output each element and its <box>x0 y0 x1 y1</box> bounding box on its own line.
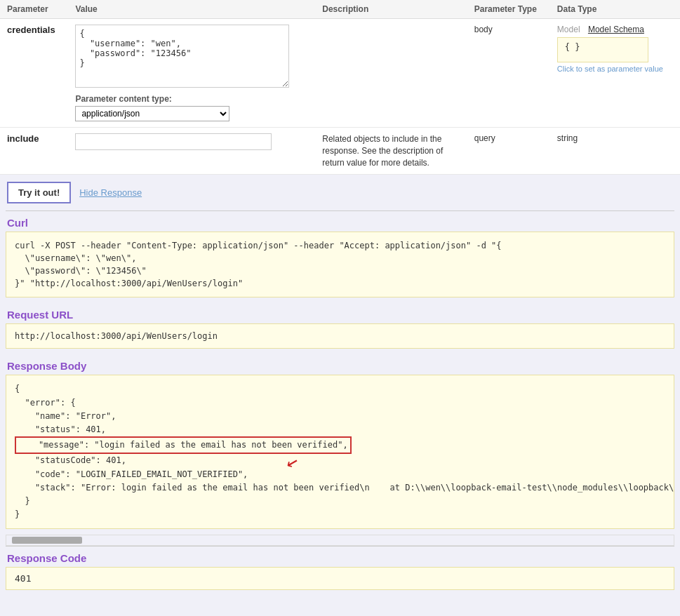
curl-section-header: Curl <box>0 211 680 232</box>
param-description-credentials <box>315 19 467 128</box>
response-body-box: ↙ { "error": { "name": "Error", "status"… <box>6 375 674 529</box>
scrollbar-thumb[interactable] <box>12 537 82 544</box>
model-schema-box: { } <box>557 37 648 62</box>
model-schema-area: Model Model Schema { } Click to set as p… <box>550 19 680 128</box>
hide-response-link[interactable]: Hide Response <box>79 187 142 198</box>
col-parameter: Parameter <box>0 0 68 19</box>
request-url-box: http://localhost:3000/api/WenUsers/login <box>6 323 674 349</box>
include-input[interactable] <box>75 133 272 150</box>
params-table: Parameter Value Description Parameter Ty… <box>0 0 680 175</box>
click-to-set[interactable]: Click to set as parameter value <box>557 65 673 73</box>
model-schema-link[interactable]: Model Schema <box>588 25 644 34</box>
response-body-header: Response Body <box>0 354 680 375</box>
response-code-box: 401 <box>6 567 674 590</box>
col-param-type: Parameter Type <box>467 0 550 19</box>
param-type-include: query <box>467 128 550 175</box>
param-type-credentials: body <box>467 19 550 128</box>
content-type-select[interactable]: application/json <box>75 106 229 121</box>
response-code-header: Response Code <box>0 547 680 567</box>
content-type-label: Parameter content type: <box>75 94 308 104</box>
param-value-include <box>68 128 315 175</box>
credentials-textarea[interactable]: { "username": "wen", "password": "123456… <box>75 25 289 88</box>
page-container: Parameter Value Description Parameter Ty… <box>0 0 680 616</box>
horizontal-scrollbar[interactable] <box>6 535 674 546</box>
try-it-button[interactable]: Try it out! <box>7 182 71 203</box>
response-body-pre: { "error": { "name": "Error", "status": … <box>15 382 665 521</box>
param-name-include: include <box>0 128 68 175</box>
table-row: credentials { "username": "wen", "passwo… <box>0 19 680 128</box>
param-description-include: Related objects to include in the respon… <box>315 128 467 175</box>
param-name-credentials: credentials <box>0 19 68 128</box>
param-data-type-include: string <box>550 128 680 175</box>
request-url-header: Request URL <box>0 303 680 323</box>
curl-code-box: curl -X POST --header "Content-Type: app… <box>6 232 674 297</box>
col-data-type: Data Type <box>550 0 680 19</box>
action-row: Try it out! Hide Response <box>0 175 680 210</box>
model-link[interactable]: Model <box>557 25 580 34</box>
param-value-credentials: { "username": "wen", "password": "123456… <box>68 19 315 128</box>
model-schema-links: Model Model Schema <box>557 25 673 34</box>
table-row: include Related objects to include in th… <box>0 128 680 175</box>
col-description: Description <box>315 0 467 19</box>
model-schema-separator <box>583 25 585 34</box>
col-value: Value <box>68 0 315 19</box>
